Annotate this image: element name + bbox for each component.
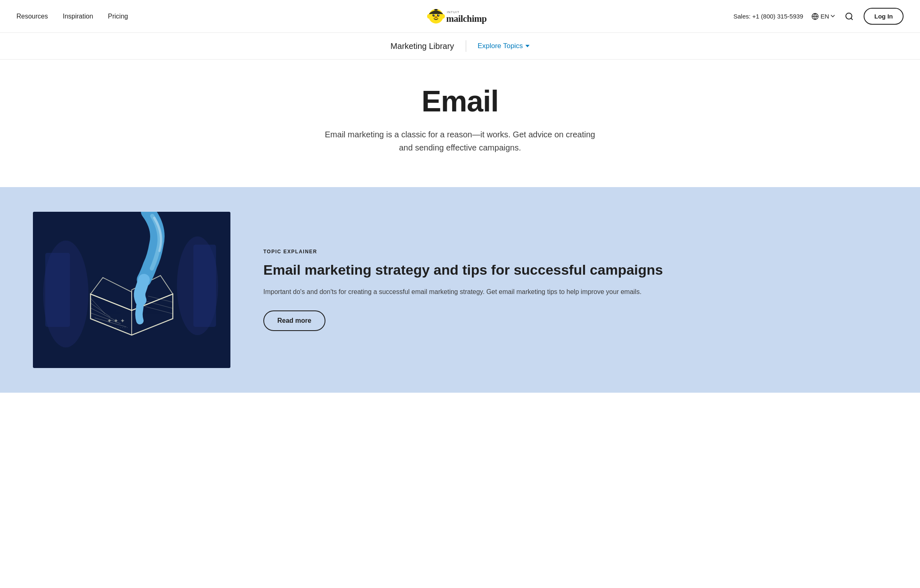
page-title: Email: [8, 84, 912, 118]
library-divider: [466, 40, 466, 52]
featured-illustration: ✦ ✦ ✦ · · · · · ·: [33, 212, 230, 368]
explore-chevron-icon: [525, 45, 530, 47]
hero-section: Email Email marketing is a classic for a…: [0, 60, 920, 187]
svg-point-3: [434, 14, 434, 15]
lang-chevron-icon: [831, 15, 835, 18]
login-button[interactable]: Log In: [864, 8, 904, 25]
language-selector[interactable]: EN: [811, 13, 835, 20]
svg-text:· · · · · ·: · · · · · ·: [115, 325, 128, 330]
read-more-button[interactable]: Read more: [263, 310, 325, 331]
svg-text:mailchimp: mailchimp: [446, 14, 486, 24]
library-bar: Marketing Library Explore Topics: [0, 33, 920, 60]
globe-icon: [811, 13, 819, 20]
svg-rect-20: [45, 253, 70, 327]
explore-topics-label: Explore Topics: [478, 42, 523, 50]
svg-point-15: [846, 13, 852, 19]
svg-text:✦ ✦ ✦: ✦ ✦ ✦: [107, 317, 125, 324]
main-nav: Resources Inspiration Pricing: [0, 0, 920, 33]
nav-resources[interactable]: Resources: [16, 13, 48, 20]
svg-point-7: [436, 16, 437, 17]
mailchimp-logo-svg: INTUIT mailchimp: [427, 7, 493, 25]
explore-topics-button[interactable]: Explore Topics: [478, 42, 530, 50]
svg-line-16: [851, 18, 853, 20]
nav-right: Sales: +1 (800) 315-5939 EN Log In: [733, 8, 904, 25]
nav-inspiration[interactable]: Inspiration: [63, 13, 93, 20]
search-button[interactable]: [843, 10, 855, 23]
lang-label: EN: [820, 13, 829, 20]
svg-point-5: [434, 16, 438, 19]
featured-section: ✦ ✦ ✦ · · · · · · TOPIC EXPLAINER Email …: [0, 187, 920, 393]
svg-point-4: [438, 14, 439, 15]
featured-content: TOPIC EXPLAINER Email marketing strategy…: [263, 249, 887, 331]
featured-description: Important do's and don'ts for creating a…: [263, 287, 887, 297]
svg-point-8: [427, 14, 430, 19]
featured-title: Email marketing strategy and tips for su…: [263, 261, 887, 279]
topic-label: TOPIC EXPLAINER: [263, 249, 887, 255]
featured-image: ✦ ✦ ✦ · · · · · ·: [33, 212, 230, 368]
svg-rect-21: [193, 245, 216, 327]
svg-rect-10: [434, 9, 438, 10]
search-icon: [845, 12, 854, 21]
logo[interactable]: INTUIT mailchimp: [427, 7, 493, 25]
library-title: Marketing Library: [390, 42, 466, 51]
hero-subtitle: Email marketing is a classic for a reaso…: [320, 128, 600, 154]
sales-phone: Sales: +1 (800) 315-5939: [733, 13, 803, 20]
svg-point-6: [435, 16, 436, 17]
nav-pricing[interactable]: Pricing: [108, 13, 128, 20]
svg-point-9: [441, 14, 445, 19]
nav-left: Resources Inspiration Pricing: [16, 13, 128, 20]
